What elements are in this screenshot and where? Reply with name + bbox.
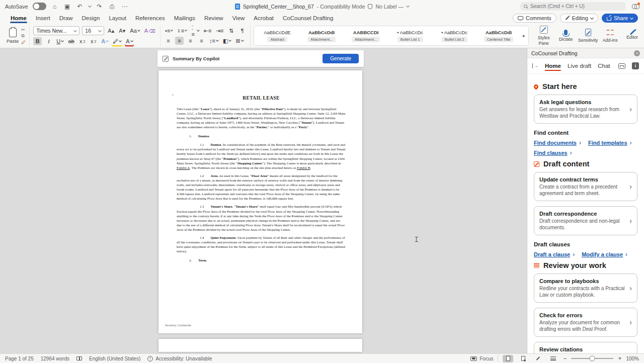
home-icon[interactable]: ⌂ [51,3,59,11]
panel-link-modify-a-clause[interactable]: Modify a clause [582,251,627,258]
panel-tab-live-draft[interactable]: Live draft [568,59,591,72]
clear-formatting-button[interactable]: A⌫ [143,27,156,35]
print-icon[interactable]: ⎙ [108,3,116,11]
document-page-1[interactable]: y RETAIL LEASEThis Lease (this “Lease”),… [158,70,362,333]
accessibility-status[interactable]: Accessibility: Unavailable [155,356,212,361]
underline-button[interactable]: U [55,37,64,45]
save-icon[interactable]: ▣ [63,3,71,11]
subscript-button[interactable]: x2 [78,37,87,45]
grow-font-button[interactable]: A▴ [107,27,115,35]
search-box[interactable] [520,2,626,11]
ribbon-button-add-ins-grid[interactable]: Add-ins [599,25,621,46]
ribbon-tab-insert[interactable]: Insert [31,14,55,24]
justify-button[interactable]: ≡ [197,37,206,45]
card-compare-to-playbooks[interactable]: Compare to playbooks Redline your contra… [534,274,637,303]
panel-link-draft-a-clause[interactable]: Draft a clause [534,251,575,258]
inbox-icon[interactable] [618,63,625,69]
align-center-button[interactable]: ≡ [175,37,184,45]
proofing-icon[interactable] [76,356,82,360]
redo-icon[interactable]: ↷ [96,3,104,11]
multilevel-list-button[interactable]: ⁚≡ [191,27,200,35]
zoom-slider[interactable] [571,358,613,359]
font-name-select[interactable]: Times New... [33,26,79,35]
style-chip-bullet-list-1[interactable]: • AaBbCcDcBullet List 1 [389,26,431,45]
sensitivity-label[interactable]: No Label — [375,4,403,10]
strikethrough-button[interactable]: ab [67,37,75,45]
text-effects-button[interactable]: A [100,37,109,45]
font-size-select[interactable]: 16 [82,26,104,35]
format-painter-icon[interactable]: 🖉 [21,40,26,45]
ribbon-tab-mailings[interactable]: Mailings [170,14,200,24]
style-chip-centered-title[interactable]: AaBbCcDdICentered Title [477,26,520,45]
ribbon-tab-home[interactable]: Home [6,14,31,24]
ribbon-tab-layout[interactable]: Layout [104,14,131,24]
line-spacing-button[interactable]: ↕≡ [208,37,219,45]
card-ask-legal-questions[interactable]: Ask legal questions Get answers for lega… [534,95,637,124]
card-update-contract-terms[interactable]: Update contract terms Create a contract … [534,172,637,201]
style-chip-attachment[interactable]: AABBCCDIAttachment... [345,26,387,45]
panel-link-find-clauses[interactable]: Find clauses [534,149,572,156]
borders-button[interactable]: ⊞ [234,37,244,45]
copy-icon[interactable]: ⧉ [21,33,26,39]
align-right-button[interactable]: ≡ [186,37,195,45]
bullet-list-button[interactable]: •≡ [164,27,174,35]
bold-button[interactable]: B [33,37,42,45]
share-button[interactable]: Share [602,14,638,23]
cut-icon[interactable]: ✂ [21,27,26,32]
document-canvas[interactable]: Summary By Copilot Generate y RETAIL LEA… [0,48,527,353]
numbered-list-button[interactable]: 1≡ [177,27,188,35]
paste-button[interactable]: Paste [7,28,19,44]
panel-link-find-templates[interactable]: Find templates [588,139,632,146]
generate-button[interactable]: Generate [323,54,359,63]
font-color-button[interactable]: A [125,37,133,45]
undo-icon[interactable]: ↶ [76,3,84,11]
comments-button[interactable]: Comments [513,14,556,23]
panel-link-find-documents[interactable]: Find documents [534,139,581,146]
editing-mode-button[interactable]: Editing [560,14,598,23]
ribbon-tab-acrobat[interactable]: Acrobat [249,14,278,24]
decrease-indent-button[interactable]: ⇤≡ [203,27,212,35]
document-page-2[interactable] [158,339,362,352]
ribbon-tab-references[interactable]: References [131,14,170,24]
ribbon-button-styles-pane[interactable]: Styles Pane [533,25,555,46]
zoom-in-button[interactable]: + [618,355,621,362]
zoom-slider-thumb[interactable] [590,356,595,361]
ribbon-tab-review[interactable]: Review [200,14,228,24]
info-icon[interactable] [632,62,639,69]
style-chip-abstract[interactable]: AaBbCcDdEAbstract [256,26,298,45]
zoom-out-button[interactable]: − [563,355,567,362]
draft-view-button[interactable] [533,355,543,362]
style-chip-attachment[interactable]: AaBbCcDdIAttachment... [300,26,343,45]
collapse-panel-icon[interactable] [532,63,538,68]
search-input[interactable] [530,4,622,9]
show-formatting-marks-button[interactable]: ¶ [238,27,247,35]
label-dropdown-icon[interactable] [406,4,410,8]
word-count[interactable]: 12964 words [41,356,69,361]
close-icon[interactable] [634,50,640,56]
shrink-font-button[interactable]: A▾ [118,27,126,35]
panel-tab-home[interactable]: Home [545,59,561,72]
language-indicator[interactable]: English (United States) [89,356,140,361]
zoom-level[interactable]: 100% [626,356,639,361]
ribbon-tab-design[interactable]: Design [77,14,105,24]
page-indicator[interactable]: Page 1 of 25 [5,356,34,361]
ribbon-button-editor-pencil[interactable]: Editor [621,25,643,46]
print-layout-view-button[interactable] [503,355,513,362]
ribbon-tab-view[interactable]: View [228,14,250,24]
ribbon-tab-cocounsel-drafting[interactable]: CoCounsel Drafting [278,14,338,24]
autosave-toggle[interactable] [33,3,46,10]
superscript-button[interactable]: x2 [89,37,98,45]
share-link-icon[interactable] [632,4,639,9]
ribbon-button-sensitivity-doc[interactable]: Sensitivity [577,25,599,46]
card-review-citations[interactable]: Review citations Check legal status and … [534,342,637,353]
more-commands-icon[interactable]: ⋯ [121,3,129,11]
outline-view-button[interactable] [548,355,558,362]
increase-indent-button[interactable]: ⇥≡ [215,27,224,35]
undo-dropdown-icon[interactable] [88,4,92,8]
ribbon-button-dictate-mic[interactable]: Dictate [555,25,577,46]
highlight-color-button[interactable]: 🖉 [112,37,122,45]
panel-tab-chat[interactable]: Chat [598,59,610,72]
style-chip-bullet-list-2[interactable]: • AaBbCcDcBullet List 2 [433,26,475,45]
web-layout-view-button[interactable] [518,355,528,362]
sort-button[interactable]: ⇅ [227,27,235,35]
